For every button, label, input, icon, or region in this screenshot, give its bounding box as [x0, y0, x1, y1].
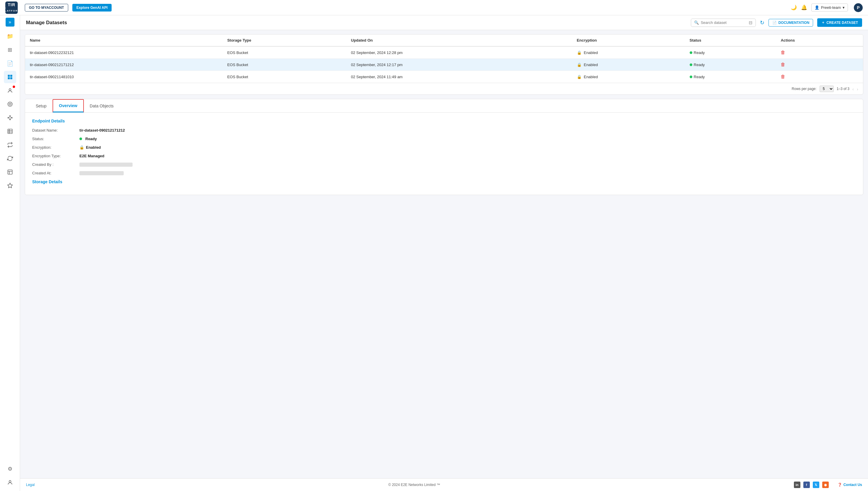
label-encryption: Encryption:: [32, 145, 79, 150]
logo-icon: TIR AI PLATFORM: [5, 1, 18, 14]
svg-marker-22: [7, 183, 12, 188]
detail-row-created-at: Created At:: [32, 171, 856, 175]
label-created-by: Created By :: [32, 162, 79, 167]
blurred-created-at: [79, 171, 124, 175]
sidebar: » 📁 ⊞ 📄 ⚙: [0, 16, 20, 491]
refresh-button[interactable]: ↻: [760, 20, 764, 26]
tab-overview[interactable]: Overview: [53, 99, 84, 112]
chevron-down-icon: ▾: [843, 5, 845, 10]
footer: Legal © 2024 E2E Networks Limited ™ in f…: [20, 478, 868, 491]
value-created-at: [79, 171, 124, 175]
sidebar-item-deploy[interactable]: [4, 84, 16, 97]
docs-label: DOCUMENTATION: [778, 21, 809, 25]
status-indicator: [79, 138, 82, 140]
facebook-icon[interactable]: f: [803, 482, 810, 488]
contact-us-link[interactable]: ❓ Contact Us: [838, 483, 862, 487]
svg-rect-1: [10, 75, 12, 77]
logo: TIR AI PLATFORM: [5, 1, 18, 14]
detail-row-status: Status: Ready: [32, 137, 856, 141]
delete-button[interactable]: 🗑: [781, 74, 785, 79]
deploy-badge: [13, 86, 15, 88]
sidebar-item-settings[interactable]: ⚙: [4, 463, 16, 475]
value-status: Ready: [79, 137, 97, 141]
twitter-icon[interactable]: 𝕏: [813, 482, 819, 488]
sidebar-item-mlops[interactable]: [4, 98, 16, 110]
docs-button[interactable]: 📄 DOCUMENTATION: [768, 19, 813, 27]
table-row[interactable]: tir-dataset-090212171212 EOS Bucket 02 S…: [25, 59, 863, 71]
rows-per-page-select[interactable]: 5 10 25: [819, 86, 834, 92]
sidebar-item-datasets[interactable]: [4, 71, 16, 83]
content-body: Name Storage Type Updated On Encryption …: [20, 30, 868, 478]
detail-row-name: Dataset Name: tir-dataset-090212171212: [32, 128, 856, 133]
svg-point-6: [8, 102, 12, 107]
pagination-info: 1–3 of 3: [837, 87, 849, 91]
linkedin-icon[interactable]: in: [794, 482, 801, 488]
footer-social: in f 𝕏 ◉: [794, 482, 829, 488]
label-encryption-type: Encryption Type:: [32, 154, 79, 158]
col-actions: Actions: [776, 34, 863, 46]
next-page-button[interactable]: ›: [857, 86, 858, 91]
actions: 🗑: [776, 46, 863, 59]
sidebar-item-sync[interactable]: [4, 152, 16, 165]
sidebar-item-security[interactable]: [4, 179, 16, 192]
updated-on: 02 September, 2024 11:49 am: [346, 71, 572, 83]
dataset-name: tir-dataset-090211481010: [25, 71, 223, 83]
lock-icon: 🔒: [577, 63, 582, 67]
delete-button[interactable]: 🗑: [781, 62, 785, 67]
col-name: Name: [25, 34, 223, 46]
filter-icon[interactable]: ⊟: [749, 20, 753, 25]
sidebar-item-folder[interactable]: 📁: [4, 30, 16, 42]
sidebar-item-nodes[interactable]: [4, 112, 16, 124]
sidebar-bottom: ⚙: [4, 463, 16, 489]
label-dataset-name: Dataset Name:: [32, 128, 79, 133]
table-row[interactable]: tir-dataset-090211481010 EOS Bucket 02 S…: [25, 71, 863, 83]
status: Ready: [685, 71, 776, 83]
main-layout: » 📁 ⊞ 📄 ⚙: [0, 16, 868, 491]
sidebar-item-docs[interactable]: 📄: [4, 57, 16, 69]
encryption: 🔒 Enabled: [572, 46, 685, 59]
sidebar-item-table[interactable]: [4, 125, 16, 138]
sidebar-toggle[interactable]: »: [6, 18, 15, 27]
logo-tir: TIR: [8, 3, 16, 7]
svg-rect-0: [8, 75, 10, 77]
logo-ai: AI PLATFORM: [3, 7, 20, 12]
user-menu-button[interactable]: 👤 Preeti-team ▾: [811, 3, 848, 11]
docs-icon: 📄: [772, 21, 777, 25]
dark-mode-icon[interactable]: 🌙: [791, 4, 797, 11]
detail-body: Endpoint Details Dataset Name: tir-datas…: [25, 113, 863, 195]
notifications-icon[interactable]: 🔔: [801, 4, 807, 11]
table-row[interactable]: tir-dataset-090212232121 EOS Bucket 02 S…: [25, 46, 863, 59]
storage-type: EOS Bucket: [223, 46, 346, 59]
detail-row-encryption: Encryption: 🔒 Enabled: [32, 145, 856, 150]
prev-page-button[interactable]: ‹: [852, 86, 854, 91]
tabs-bar: Setup Overview Data Objects: [25, 99, 863, 113]
contact-icon: ❓: [838, 483, 842, 487]
svg-point-9: [11, 117, 12, 118]
tab-setup[interactable]: Setup: [30, 100, 53, 112]
explore-genai-button[interactable]: Explore GenAI API: [72, 4, 112, 11]
svg-point-8: [9, 116, 10, 117]
svg-rect-2: [8, 77, 10, 79]
create-dataset-button[interactable]: ＋ CREATE DATASET: [817, 18, 862, 27]
sidebar-item-registry[interactable]: [4, 166, 16, 178]
rss-icon[interactable]: ◉: [822, 482, 829, 488]
delete-button[interactable]: 🗑: [781, 50, 785, 55]
updated-on: 02 September, 2024 12:28 pm: [346, 46, 572, 59]
sidebar-item-account[interactable]: [4, 476, 16, 489]
go-myaccount-button[interactable]: GO TO MYACCOUNT: [25, 4, 68, 11]
status-dot: [690, 63, 692, 66]
detail-row-created-by: Created By :: [32, 162, 856, 167]
page-header: Manage Datasets 🔍 ⊟ ↻ 📄 DOCUMENTATION ＋ …: [20, 16, 868, 30]
tab-data-objects[interactable]: Data Objects: [84, 100, 119, 112]
avatar: P: [854, 3, 863, 12]
legal-link[interactable]: Legal: [26, 483, 34, 487]
svg-rect-19: [8, 170, 12, 174]
search-input[interactable]: [701, 20, 747, 25]
sidebar-item-pipeline[interactable]: [4, 139, 16, 151]
copyright: © 2024 E2E Networks Limited ™: [388, 483, 440, 487]
dataset-name: tir-dataset-090212171212: [25, 59, 223, 71]
value-created-by: [79, 163, 133, 167]
search-box: 🔍 ⊟: [691, 19, 756, 27]
table-footer: Rows per page: 5 10 25 1–3 of 3 ‹ ›: [25, 83, 863, 94]
sidebar-item-dashboard[interactable]: ⊞: [4, 44, 16, 56]
